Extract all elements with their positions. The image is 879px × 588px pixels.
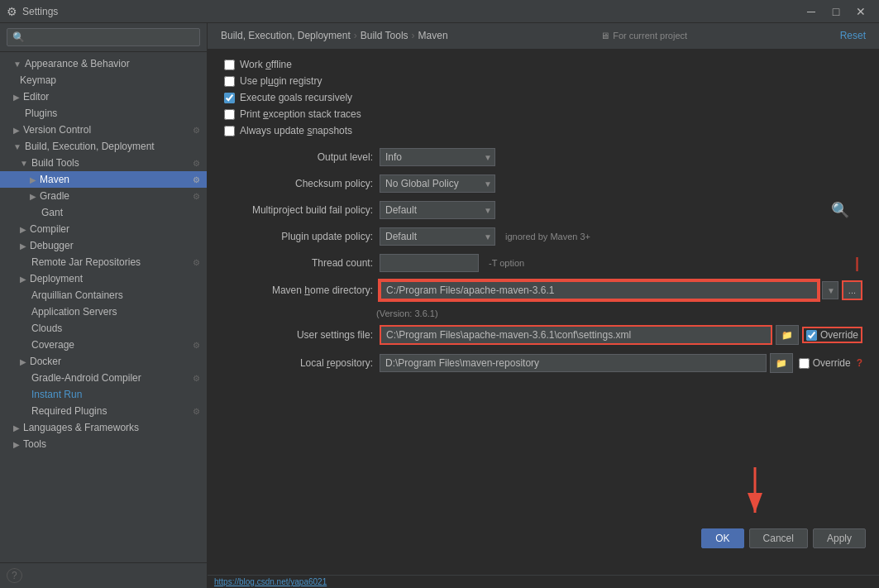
override-label: Override <box>820 329 858 341</box>
user-settings-label: User settings file: <box>224 329 373 341</box>
maven-home-input[interactable] <box>380 280 819 300</box>
breadcrumb-part-3: Maven <box>418 30 448 41</box>
search-input[interactable] <box>7 28 200 46</box>
print-exception-row: Print exception stack traces <box>224 108 862 120</box>
sidebar-item-deployment[interactable]: ▶ Deployment <box>0 270 207 287</box>
thread-count-label: Thread count: <box>224 257 373 269</box>
local-repo-override-checkbox[interactable] <box>799 358 810 369</box>
breadcrumb-sep-2: › <box>412 30 415 41</box>
sidebar-item-appearance-behavior[interactable]: ▼ Appearance & Behavior <box>0 55 207 72</box>
plugin-update-row: Plugin update policy: Default Always Nev… <box>224 227 862 246</box>
checksum-policy-control: No Global Policy Fail Warn Ignore ▼ <box>380 174 862 193</box>
sidebar-item-label: Instant Run <box>31 389 82 400</box>
sidebar-item-remote-jar[interactable]: Remote Jar Repositories ⚙ <box>0 254 207 270</box>
sidebar-item-build-execution[interactable]: ▼ Build, Execution, Deployment <box>0 138 207 155</box>
sidebar-item-maven[interactable]: ▶ Maven ⚙ <box>0 171 207 188</box>
override-label: Override <box>813 357 851 369</box>
execute-goals-checkbox[interactable] <box>224 93 235 103</box>
help-area: ? <box>0 562 207 588</box>
sidebar-item-plugins[interactable]: Plugins <box>0 105 207 122</box>
expand-arrow: ▶ <box>13 440 20 449</box>
search-box <box>0 23 207 52</box>
sidebar-item-app-servers[interactable]: Application Servers <box>0 304 207 320</box>
gear-icon: ⚙ <box>193 192 200 201</box>
close-button[interactable]: ✕ <box>849 0 872 23</box>
maven-home-browse-button[interactable]: ... <box>842 280 862 300</box>
breadcrumb-part-1: Build, Execution, Deployment <box>221 30 351 41</box>
maven-home-dropdown-wrapper: ▼ <box>822 281 838 299</box>
sidebar-item-tools[interactable]: ▶ Tools <box>0 436 207 452</box>
sidebar-item-debugger[interactable]: ▶ Debugger <box>0 237 207 254</box>
reset-button[interactable]: Reset <box>840 30 866 41</box>
sidebar-item-docker[interactable]: ▶ Docker <box>0 353 207 370</box>
checksum-policy-row: Checksum policy: No Global Policy Fail W… <box>224 174 862 193</box>
sidebar-item-clouds[interactable]: Clouds <box>0 320 207 337</box>
sidebar-item-keymap[interactable]: Keymap <box>0 72 207 88</box>
user-settings-input[interactable] <box>380 325 772 345</box>
use-plugin-registry-checkbox[interactable] <box>224 76 235 87</box>
sidebar-item-label: Docker <box>30 356 61 367</box>
minimize-button[interactable]: ─ <box>800 0 823 23</box>
sidebar-item-label: Clouds <box>31 323 62 334</box>
sidebar-tree: ▼ Appearance & Behavior Keymap ▶ Editor … <box>0 52 207 562</box>
checksum-policy-select[interactable]: No Global Policy Fail Warn Ignore <box>380 174 495 193</box>
maven-home-select[interactable] <box>822 281 838 299</box>
expand-arrow: ▼ <box>20 159 28 168</box>
multiproject-select-wrapper: Default Never After Failure At End ▼ <box>380 201 495 219</box>
expand-arrow: ▼ <box>13 142 21 151</box>
use-plugin-registry-row: Use plugin registry <box>224 75 862 87</box>
user-settings-browse-button[interactable]: 📁 <box>776 325 799 345</box>
cancel-button[interactable]: Cancel <box>749 528 808 548</box>
title-bar: ⚙ Settings ─ □ ✕ <box>0 0 879 23</box>
output-level-select[interactable]: Info Debug Warning Error <box>380 148 495 166</box>
sidebar-item-coverage[interactable]: Coverage ⚙ <box>0 337 207 353</box>
expand-arrow: ▶ <box>13 423 20 433</box>
expand-arrow: ▶ <box>30 192 36 201</box>
always-update-checkbox[interactable] <box>224 126 235 136</box>
multiproject-fail-select[interactable]: Default Never After Failure At End <box>380 201 495 219</box>
sidebar-item-compiler[interactable]: ▶ Compiler <box>0 221 207 237</box>
sidebar-item-gradle-android[interactable]: Gradle-Android Compiler ⚙ <box>0 370 207 386</box>
sidebar-item-version-control[interactable]: ▶ Version Control ⚙ <box>0 122 207 138</box>
sidebar-item-instant-run[interactable]: Instant Run <box>0 386 207 403</box>
content-area: Build, Execution, Deployment › Build Too… <box>208 23 879 588</box>
execute-goals-row: Execute goals recursively <box>224 92 862 103</box>
sidebar-item-gradle[interactable]: ▶ Gradle ⚙ <box>0 188 207 204</box>
user-settings-row: User settings file: 📁 Override <box>224 325 862 345</box>
sidebar-item-arquillian[interactable]: Arquillian Containers <box>0 287 207 304</box>
sidebar-item-build-tools[interactable]: ▼ Build Tools ⚙ <box>0 155 207 171</box>
multiproject-fail-row: Multiproject build fail policy: Default … <box>224 201 862 219</box>
expand-arrow: ▼ <box>13 60 21 69</box>
user-settings-override-checkbox[interactable] <box>806 330 817 341</box>
sidebar-item-label: Editor <box>23 91 49 103</box>
dialog-buttons: OK Cancel Apply <box>701 528 866 548</box>
thread-count-input[interactable] <box>380 254 479 272</box>
work-offline-checkbox[interactable] <box>224 60 235 70</box>
maximize-button[interactable]: □ <box>824 0 848 23</box>
always-update-label: Always update snapshots <box>240 125 352 136</box>
sidebar-item-languages[interactable]: ▶ Languages & Frameworks <box>0 419 207 436</box>
output-level-label: Output level: <box>224 151 373 163</box>
ok-button[interactable]: OK <box>701 528 743 548</box>
plugin-update-select[interactable]: Default Always Never <box>380 227 495 246</box>
sidebar-item-label: Build, Execution, Deployment <box>25 141 155 152</box>
sidebar-item-editor[interactable]: ▶ Editor <box>0 88 207 105</box>
for-project-label: 🖥 For current project <box>600 31 687 41</box>
window-controls: ─ □ ✕ <box>800 0 872 23</box>
apply-button[interactable]: Apply <box>813 528 866 548</box>
multiproject-fail-label: Multiproject build fail policy: <box>224 204 373 216</box>
sidebar-item-label: Remote Jar Repositories <box>31 256 141 268</box>
local-repo-input[interactable] <box>380 354 767 372</box>
use-plugin-registry-label: Use plugin registry <box>240 75 322 87</box>
sidebar-item-gant[interactable]: Gant <box>0 204 207 221</box>
print-exception-checkbox[interactable] <box>224 109 235 120</box>
local-repo-browse-button[interactable]: 📁 <box>770 353 793 373</box>
sidebar-item-label: Appearance & Behavior <box>25 58 130 69</box>
thread-count-control: -T option | <box>380 254 862 272</box>
sidebar-item-required-plugins[interactable]: Required Plugins ⚙ <box>0 403 207 419</box>
sidebar-item-label: Coverage <box>31 339 74 351</box>
error-indicator: | <box>855 255 859 272</box>
work-offline-label: Work offline <box>240 59 292 70</box>
help-icon[interactable]: ? <box>7 568 22 583</box>
breadcrumb-part-2: Build Tools <box>361 30 408 41</box>
